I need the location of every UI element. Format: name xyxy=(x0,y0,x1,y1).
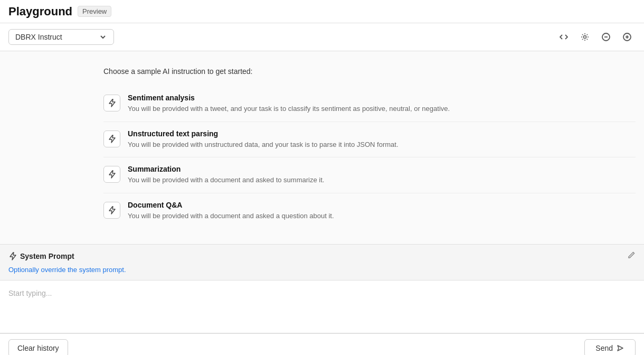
sample-title: Summarization xyxy=(128,165,324,173)
sample-description: You will be provided with a document and… xyxy=(128,211,334,221)
sample-item[interactable]: Unstructured text parsing You will be pr… xyxy=(103,122,636,158)
sample-title: Unstructured text parsing xyxy=(128,129,399,138)
clear-history-button[interactable]: Clear history xyxy=(8,339,68,355)
edit-system-prompt-button[interactable] xyxy=(627,251,636,261)
bolt-icon xyxy=(108,135,116,143)
sample-item[interactable]: Document Q&A You will be provided with a… xyxy=(103,193,636,229)
sample-item[interactable]: Sentiment analysis You will be provided … xyxy=(103,86,636,122)
sample-item[interactable]: Summarization You will be provided with … xyxy=(103,157,636,193)
sample-title: Document Q&A xyxy=(128,201,334,209)
zoom-out-button[interactable] xyxy=(598,29,614,45)
app-title: Playground xyxy=(8,5,72,18)
toolbar: DBRX Instruct xyxy=(0,23,644,51)
system-prompt-label: System Prompt xyxy=(8,252,74,260)
preview-badge: Preview xyxy=(78,6,111,17)
toolbar-icon-group xyxy=(555,29,636,45)
bolt-icon xyxy=(108,170,116,179)
header: Playground Preview xyxy=(0,0,644,23)
model-select[interactable]: DBRX Instruct xyxy=(8,29,114,45)
bolt-icon xyxy=(8,252,17,260)
sample-title: Sentiment analysis xyxy=(128,94,450,102)
bolt-icon-wrap xyxy=(103,166,120,183)
svg-point-0 xyxy=(584,36,586,39)
bolt-icon-wrap xyxy=(103,95,120,111)
bolt-icon-wrap xyxy=(103,130,120,147)
model-select-label: DBRX Instruct xyxy=(15,33,62,41)
code-toggle-button[interactable] xyxy=(555,29,572,45)
system-prompt-section: System Prompt Optionally override the sy… xyxy=(0,245,644,281)
edit-icon xyxy=(627,251,636,259)
settings-button[interactable] xyxy=(576,29,593,45)
chat-placeholder: Start typing... xyxy=(8,289,636,297)
system-prompt-placeholder: Optionally override the system prompt. xyxy=(8,266,636,274)
sample-items-list: Sentiment analysis You will be provided … xyxy=(8,86,636,228)
send-icon xyxy=(616,344,624,352)
sample-description: You will be provided with unstructured d… xyxy=(128,139,399,150)
zoom-in-button[interactable] xyxy=(619,29,636,45)
sample-description: You will be provided with a document and… xyxy=(128,175,324,185)
sample-description: You will be provided with a tweet, and y… xyxy=(128,104,450,114)
system-prompt-header: System Prompt xyxy=(8,251,636,261)
choose-instruction-label: Choose a sample AI instruction to get st… xyxy=(8,67,636,76)
chevron-down-icon xyxy=(99,33,107,41)
bolt-icon xyxy=(108,206,116,214)
send-button[interactable]: Send xyxy=(584,339,636,355)
bolt-icon xyxy=(108,99,116,107)
bottom-bar: Clear history Send xyxy=(0,333,644,355)
sample-instructions-panel: Choose a sample AI instruction to get st… xyxy=(0,51,644,245)
bolt-icon-wrap xyxy=(103,202,120,219)
chat-input-area[interactable]: Start typing... xyxy=(0,281,644,333)
